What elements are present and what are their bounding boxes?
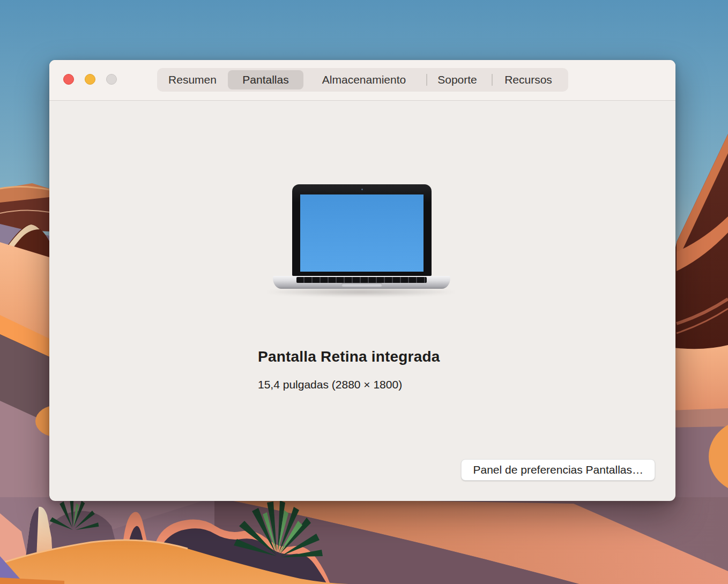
traffic-lights (63, 74, 117, 85)
laptop-screen (300, 194, 424, 272)
tab-recursos[interactable]: Recursos (490, 68, 567, 92)
laptop-camera-dot (361, 189, 363, 190)
desktop: Resumen Pantallas Almacenamiento Soporte… (0, 0, 728, 584)
about-this-mac-window: Resumen Pantallas Almacenamiento Soporte… (49, 60, 675, 501)
tab-pantallas-label: Pantallas (242, 73, 288, 86)
window-titlebar[interactable]: Resumen Pantallas Almacenamiento Soporte… (49, 60, 675, 101)
tab-recursos-label: Recursos (504, 73, 552, 86)
tab-resumen[interactable]: Resumen (157, 68, 228, 92)
laptop-base (273, 276, 450, 289)
zoom-button-disabled (106, 74, 117, 85)
displays-preferences-button[interactable]: Panel de preferencias Pantallas… (461, 459, 655, 481)
laptop-trackpad-notch (341, 283, 382, 287)
laptop-keyboard (296, 277, 427, 283)
tab-soporte-label: Soporte (437, 73, 477, 86)
tab-soporte[interactable]: Soporte (425, 68, 490, 92)
laptop-screen-bezel (292, 184, 432, 276)
tab-almacenamiento-label: Almacenamiento (322, 73, 406, 86)
tab-bar: Resumen Pantallas Almacenamiento Soporte… (157, 68, 568, 92)
close-button[interactable] (63, 74, 74, 85)
tab-divider (426, 74, 427, 86)
display-title: Pantalla Retina integrada (258, 348, 440, 365)
tab-resumen-label: Resumen (168, 73, 217, 86)
tab-almacenamiento[interactable]: Almacenamiento (303, 68, 425, 92)
minimize-button[interactable] (85, 74, 95, 85)
displays-preferences-button-label: Panel de preferencias Pantallas… (473, 463, 643, 476)
display-specs: 15,4 pulgadas (2880 × 1800) (258, 378, 402, 391)
tab-divider (492, 74, 493, 86)
tab-pantallas[interactable]: Pantallas (228, 70, 303, 89)
